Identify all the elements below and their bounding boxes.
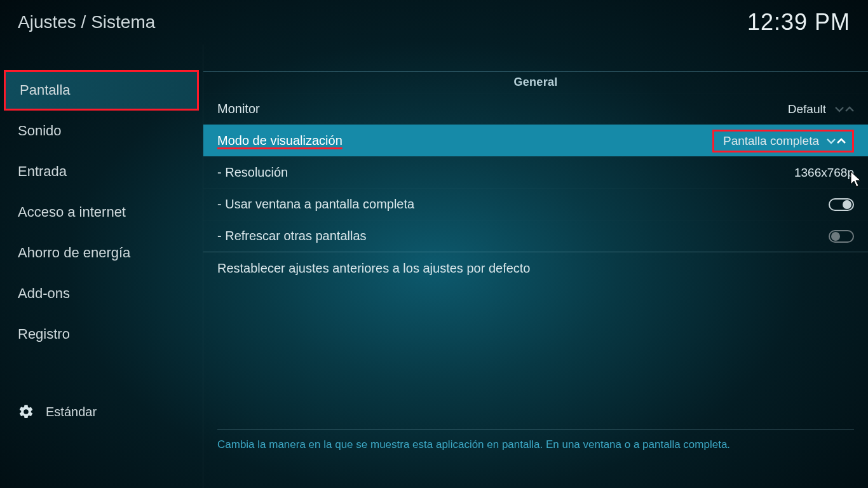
- sidebar-item-addons[interactable]: Add-ons: [0, 273, 203, 314]
- chevron-down-icon: [827, 138, 836, 144]
- sidebar-item-ahorro-energia[interactable]: Ahorro de energía: [0, 233, 203, 273]
- row-value-highlight: Pantalla completa: [712, 130, 854, 152]
- sidebar-item-label: Add-ons: [18, 285, 70, 302]
- row-value: Default: [788, 102, 854, 116]
- gear-icon: [18, 403, 34, 420]
- sidebar-item-entrada[interactable]: Entrada: [0, 151, 203, 192]
- row-value: [829, 198, 854, 211]
- row-blank-displays[interactable]: - Refrescar otras pantallas: [203, 220, 868, 252]
- spinner-icon[interactable]: [827, 138, 846, 144]
- row-fullscreen-window[interactable]: - Usar ventana a pantalla completa: [203, 188, 868, 220]
- sidebar-item-acceso-internet[interactable]: Acceso a internet: [0, 192, 203, 233]
- sidebar-item-label: Sonido: [18, 123, 62, 139]
- sidebar-items: Pantalla Sonido Entrada Acceso a interne…: [0, 44, 203, 355]
- toggle-off-icon[interactable]: [829, 230, 854, 243]
- row-reset-defaults[interactable]: Restablecer ajustes anteriores a los aju…: [203, 252, 868, 284]
- row-value-text: 1366x768p: [794, 166, 854, 180]
- row-label: - Usar ventana a pantalla completa: [217, 197, 414, 212]
- sidebar-item-sonido[interactable]: Sonido: [0, 111, 203, 151]
- row-value: [829, 230, 854, 243]
- row-value: Pantalla completa: [712, 130, 854, 152]
- chevron-up-icon: [845, 106, 854, 112]
- row-value: 1366x768p: [794, 166, 854, 180]
- settings-level-label: Estándar: [46, 405, 97, 419]
- section-header-general: General: [203, 72, 868, 93]
- row-value-text: Default: [788, 102, 826, 116]
- sidebar: Pantalla Sonido Entrada Acceso a interne…: [0, 44, 203, 488]
- description-hint: Cambia la manera en la que se muestra es…: [217, 429, 854, 451]
- header-bar: Ajustes / Sistema 12:39 PM: [0, 0, 868, 44]
- sidebar-item-label: Acceso a internet: [18, 204, 126, 220]
- sidebar-item-registro[interactable]: Registro: [0, 314, 203, 355]
- toggle-on-icon[interactable]: [829, 198, 854, 211]
- sidebar-item-label: Registro: [18, 326, 70, 342]
- clock: 12:39 PM: [747, 9, 850, 36]
- chevron-up-icon: [837, 138, 846, 144]
- row-value-text: Pantalla completa: [723, 134, 819, 148]
- spinner-icon[interactable]: [835, 106, 854, 112]
- row-label: - Resolución: [217, 165, 288, 180]
- sidebar-item-label: Pantalla: [20, 82, 71, 98]
- row-label: - Refrescar otras pantallas: [217, 229, 367, 243]
- settings-panel: General Monitor Default Modo de visualiz…: [203, 71, 868, 488]
- breadcrumb: Ajustes / Sistema: [18, 12, 155, 32]
- sidebar-item-label: Entrada: [18, 163, 67, 180]
- row-resolution[interactable]: - Resolución 1366x768p: [203, 156, 868, 188]
- settings-level-button[interactable]: Estándar: [0, 396, 203, 427]
- row-label: Monitor: [217, 102, 260, 116]
- chevron-down-icon: [835, 106, 844, 112]
- sidebar-item-label: Ahorro de energía: [18, 245, 130, 261]
- row-monitor[interactable]: Monitor Default: [203, 93, 868, 125]
- row-display-mode[interactable]: Modo de visualización Pantalla completa: [203, 125, 868, 156]
- sidebar-item-pantalla[interactable]: Pantalla: [4, 70, 199, 111]
- row-label: Restablecer ajustes anteriores a los aju…: [217, 261, 531, 276]
- row-label: Modo de visualización: [217, 133, 342, 148]
